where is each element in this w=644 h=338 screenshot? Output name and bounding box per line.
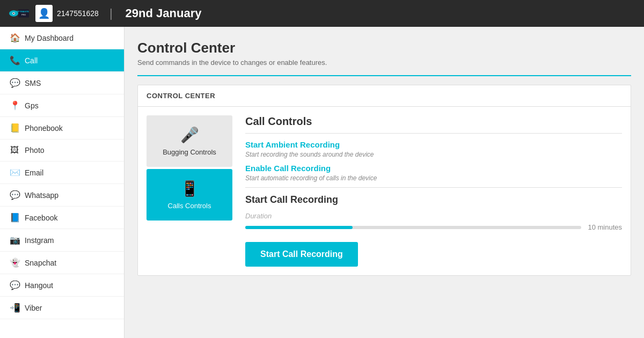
phone-device-icon: 📱 [180,180,199,197]
photo-icon: 🖼 [10,145,19,155]
sidebar-item-facebook[interactable]: 📘 Facebook [0,207,124,229]
page-divider [137,75,631,76]
sidebar-label-email: Email [25,168,43,177]
enable-recording-item: Enable Call Recording Start automatic re… [245,164,622,182]
bugging-controls-button[interactable]: 🎤 Bugging Controls [147,115,232,167]
enable-recording-desc: Start automatic recording of calls in th… [245,174,622,182]
call-controls-panel: Call Controls Start Ambient Recording St… [245,115,622,267]
controls-panel: 🎤 Bugging Controls 📱 Calls Controls [147,115,232,267]
svg-text:SPYMASTER: SPYMASTER [17,10,29,13]
header-divider: | [109,6,113,20]
section-separator [245,187,622,188]
sidebar-item-sms[interactable]: 💬 SMS [0,72,124,94]
sidebar-label-gps: Gps [25,101,39,110]
sms-icon: 💬 [10,78,19,88]
facebook-icon: 📘 [10,212,19,223]
sidebar-label-sms: SMS [25,79,41,87]
gps-icon: 📍 [10,100,19,111]
card-body: 🎤 Bugging Controls 📱 Calls Controls Call… [138,107,631,275]
sidebar-label-instagram: Instgram [25,236,54,245]
sidebar-label-viber: Viber [25,304,42,312]
sidebar-item-email[interactable]: ✉️ Email [0,161,124,184]
dashboard-icon: 🏠 [10,33,19,43]
calls-controls-label: Calls Controls [168,202,211,210]
logo: SPYMASTER PRO [9,3,29,24]
sidebar-label-call: Call [25,56,38,65]
sidebar-item-dashboard[interactable]: 🏠 My Dashboard [0,27,124,49]
slider-fill [245,226,353,229]
start-call-recording-button[interactable]: Start Call Recording [245,242,358,267]
avatar: 👤 [35,5,53,22]
sidebar-item-viber[interactable]: 📲 Viber [0,297,124,319]
svg-point-2 [13,13,14,14]
instagram-icon: 📷 [10,235,19,245]
phonebook-icon: 📒 [10,123,19,133]
sidebar-item-phonebook[interactable]: 📒 Phonebook [0,117,124,139]
app-header: SPYMASTER PRO 👤 2147551628 | 29nd Januar… [0,0,644,27]
hangout-icon: 💬 [10,280,19,290]
call-controls-title: Call Controls [245,115,622,134]
ambient-recording-desc: Start recording the sounds around the de… [245,151,622,158]
sidebar-label-photo: Photo [25,146,45,155]
sidebar: 🏠 My Dashboard 📞 Call 💬 SMS 📍 Gps 📒 Phon… [0,27,125,338]
sidebar-item-gps[interactable]: 📍 Gps [0,94,124,117]
microphone-icon: 🎤 [180,126,199,144]
slider-value: 10 minutes [588,223,622,231]
sidebar-item-snapchat[interactable]: 👻 Snapchat [0,252,124,274]
sidebar-item-hangout[interactable]: 💬 Hangout [0,274,124,297]
start-recording-title: Start Call Recording [245,194,622,205]
whatsapp-icon: 💬 [10,190,19,200]
email-icon: ✉️ [10,167,19,178]
sidebar-item-whatsapp[interactable]: 💬 Whatsapp [0,184,124,207]
viber-icon: 📲 [10,303,19,313]
header-date: 29nd January [126,6,202,20]
bugging-controls-label: Bugging Controls [163,148,216,156]
snapchat-icon: 👻 [10,258,19,268]
sidebar-item-instagram[interactable]: 📷 Instgram [0,229,124,252]
sidebar-label-snapchat: Snapchat [25,259,56,267]
slider-track [245,226,581,229]
sidebar-label-dashboard: My Dashboard [25,34,74,42]
page-subtitle: Send commands in the device to changes o… [137,58,631,67]
ambient-recording-link[interactable]: Start Ambient Recording [245,140,340,149]
calls-controls-button[interactable]: 📱 Calls Controls [147,169,232,221]
enable-recording-link[interactable]: Enable Call Recording [245,164,331,173]
sidebar-item-call[interactable]: 📞 Call [0,49,124,72]
call-icon: 📞 [10,55,19,65]
card-header: CONTROL CENTER [138,85,631,107]
ambient-recording-item: Start Ambient Recording Start recording … [245,140,622,158]
page-title: Control Center [137,40,631,56]
phone-number: 2147551628 [57,9,99,18]
sidebar-label-phonebook: Phonebook [25,124,63,133]
main-layout: 🏠 My Dashboard 📞 Call 💬 SMS 📍 Gps 📒 Phon… [0,27,644,338]
svg-text:PRO: PRO [21,14,26,16]
content-area: Control Center Send commands in the devi… [125,27,644,338]
duration-slider-row: 10 minutes [245,223,622,231]
user-info: 👤 2147551628 [35,5,99,22]
sidebar-label-facebook: Facebook [25,214,57,222]
control-center-card: CONTROL CENTER 🎤 Bugging Controls 📱 Call… [137,85,631,276]
sidebar-label-hangout: Hangout [25,281,53,290]
sidebar-label-whatsapp: Whatsapp [25,191,58,200]
duration-label: Duration [245,212,622,220]
sidebar-item-photo[interactable]: 🖼 Photo [0,139,124,161]
